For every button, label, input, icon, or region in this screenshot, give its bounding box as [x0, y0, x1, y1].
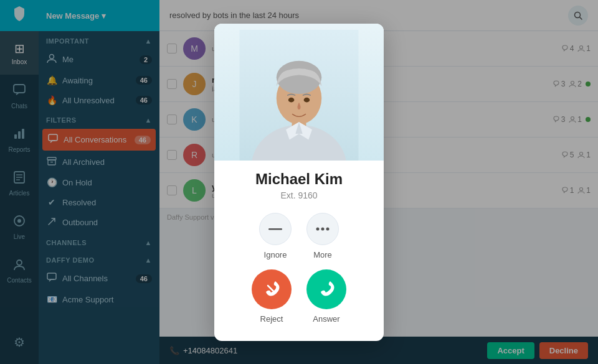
- reject-icon-circle: [252, 269, 292, 309]
- modal-secondary-actions: Ignore More: [259, 213, 339, 259]
- more-button[interactable]: More: [306, 213, 339, 259]
- svg-point-29: [288, 97, 295, 102]
- caller-ext: Ext. 9160: [280, 190, 317, 200]
- more-label: More: [313, 250, 332, 259]
- reject-label: Reject: [260, 314, 283, 324]
- svg-point-34: [326, 227, 330, 230]
- modal-call-actions: Reject Answer: [252, 269, 346, 324]
- modal-overlay: Michael Kim Ext. 9160 Ignore More: [0, 0, 598, 364]
- answer-button[interactable]: Answer: [306, 269, 346, 324]
- svg-point-32: [316, 227, 320, 230]
- answer-icon-circle: [306, 269, 346, 309]
- svg-point-30: [304, 97, 310, 102]
- ignore-button[interactable]: Ignore: [259, 213, 292, 259]
- caller-avatar-area: [214, 24, 384, 161]
- caller-photo: [237, 30, 361, 161]
- answer-label: Answer: [313, 314, 339, 324]
- svg-rect-31: [268, 228, 282, 230]
- incoming-call-modal: Michael Kim Ext. 9160 Ignore More: [214, 24, 384, 341]
- caller-name: Michael Kim: [255, 170, 343, 188]
- reject-button[interactable]: Reject: [252, 269, 292, 324]
- ignore-icon-circle: [259, 213, 292, 245]
- svg-point-33: [321, 227, 325, 230]
- more-icon-circle: [306, 213, 339, 245]
- ignore-label: Ignore: [264, 250, 287, 259]
